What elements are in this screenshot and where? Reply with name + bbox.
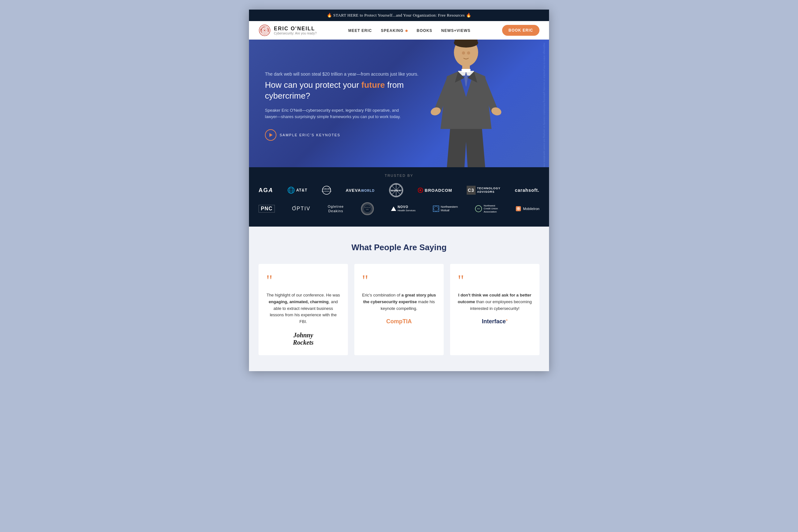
- hero-content: The dark web will soon steal $20 trillio…: [265, 72, 431, 141]
- logos-row-1: AGA AT&T AUBURN UNIVERSITY: [259, 183, 539, 197]
- logo-optiv: ·OPTIV: [292, 206, 310, 212]
- logo-mobileiron: MobileIron: [515, 206, 539, 212]
- svg-text:BAYER: BAYER: [391, 189, 401, 192]
- play-button-circle[interactable]: [265, 129, 277, 141]
- testimonial-text-3: I don't think we could ask for a better …: [458, 292, 532, 312]
- testimonials-grid: " The highlight of our conference. He wa…: [259, 264, 539, 355]
- testimonial-card-2: " Eric's combination of a great story pl…: [354, 264, 444, 355]
- svg-point-13: [462, 51, 465, 55]
- nav-link-meet-eric[interactable]: MEET ERIC: [348, 28, 372, 33]
- testimonial-card-3: " I don't think we could ask for a bette…: [450, 264, 539, 355]
- mobileiron-icon: [515, 206, 521, 212]
- logo-text: ERIC O'NEILL Cybersecurity: Are you read…: [274, 26, 317, 35]
- logo-bayer: BAYER: [389, 183, 403, 197]
- logo-carahsoft: carahsoft.: [515, 188, 539, 193]
- nav-links: MEET ERIC SPEAKING BOOKS NEWS+VIEWS: [348, 27, 471, 33]
- svg-text:NW: NW: [477, 208, 480, 210]
- hero-title: How can you protect your future from cyb…: [265, 80, 431, 101]
- logo-broadcom: BROADCOM: [418, 187, 452, 193]
- logo-aga: AGA: [259, 187, 273, 194]
- svg-point-14: [467, 51, 470, 55]
- testimonial-logo-3: Interface®: [458, 318, 532, 325]
- nav-item-speaking[interactable]: SPEAKING: [381, 27, 407, 33]
- testimonials-section: What People Are Saying " The highlight o…: [249, 227, 549, 371]
- nav-link-news-views[interactable]: NEWS+VIEWS: [441, 28, 471, 33]
- nav-link-speaking[interactable]: SPEAKING: [381, 28, 407, 33]
- bayer-icon: BAYER: [390, 183, 403, 197]
- sample-keynotes-label: SAMPLE ERIC'S KEYNOTES: [280, 133, 340, 137]
- svg-point-4: [264, 30, 265, 31]
- logo-icon: [259, 24, 271, 36]
- site-tagline: Cybersecurity: Are you ready?: [274, 32, 317, 35]
- logo[interactable]: ERIC O'NEILL Cybersecurity: Are you read…: [259, 24, 317, 36]
- hero-title-highlight: future: [361, 80, 385, 90]
- book-eric-button[interactable]: BOOK ERIC: [502, 25, 539, 36]
- logo-aveva: AVEVAWORLD: [346, 188, 375, 193]
- top-banner[interactable]: 🔥 START HERE to Protect Yourself...and Y…: [249, 10, 549, 21]
- logo-c3: C3 TECHNOLOGYADVISORS: [467, 186, 501, 195]
- sample-keynotes-button[interactable]: SAMPLE ERIC'S KEYNOTES: [265, 129, 431, 141]
- speaking-dot-icon: [405, 30, 407, 32]
- svg-point-31: [419, 189, 421, 191]
- nav-link-books[interactable]: BOOKS: [417, 28, 432, 33]
- logos-row-2: PNC ·OPTIV OgletreeDeakins OFFICIAL SEAL: [259, 202, 539, 215]
- logo-pnc: PNC: [259, 205, 275, 212]
- auburn-icon: AUBURN UNIVERSITY: [322, 185, 331, 195]
- logo-northwestern-mutual: Northwestern Mutual: [433, 205, 458, 212]
- svg-text:UNIVERSITY: UNIVERSITY: [322, 191, 331, 192]
- quote-mark-3: ": [458, 273, 532, 288]
- logo-northwest-cu: NW Northwest Credit Union Association: [475, 204, 498, 213]
- nav-item-news-views[interactable]: NEWS+VIEWS: [441, 27, 471, 33]
- svg-point-22: [322, 186, 331, 194]
- logo-seal: OFFICIAL SEAL: [361, 202, 374, 215]
- testimonial-text-1: The highlight of our conference. He was …: [266, 292, 340, 325]
- nw-mutual-icon: [433, 206, 439, 212]
- testimonials-title: What People Are Saying: [259, 243, 539, 252]
- quote-mark-1: ": [266, 273, 340, 288]
- seal-icon: OFFICIAL SEAL: [362, 202, 373, 215]
- main-nav: ERIC O'NEILL Cybersecurity: Are you read…: [249, 21, 549, 40]
- svg-text:OFFICIAL: OFFICIAL: [364, 207, 371, 208]
- svg-text:SEAL: SEAL: [366, 209, 369, 210]
- trusted-section: TRUSTED BY AGA AT&T: [249, 167, 549, 227]
- novo-triangle-icon: [391, 207, 396, 211]
- banner-text: 🔥 START HERE to Protect Yourself...and Y…: [327, 13, 471, 18]
- broadcom-icon: [418, 187, 423, 193]
- testimonial-logo-2: CompTIA: [362, 318, 436, 325]
- testimonial-card-1: " The highlight of our conference. He wa…: [259, 264, 348, 355]
- nav-item-books[interactable]: BOOKS: [417, 27, 432, 33]
- hero-description: Speaker Eric O'Neill—cybersecurity exper…: [265, 107, 412, 121]
- nwcu-icon: NW: [475, 205, 482, 212]
- play-icon: [269, 133, 272, 137]
- svg-point-41: [518, 208, 519, 209]
- svg-text:AUBURN: AUBURN: [322, 188, 331, 190]
- logo-att: AT&T: [288, 187, 307, 194]
- testimonial-text-2: Eric's combination of a great story plus…: [362, 292, 436, 312]
- logo-ogletree: OgletreeDeakins: [328, 204, 344, 213]
- trusted-label: TRUSTED BY: [259, 174, 539, 177]
- testimonial-logo-1: Johnny Rockets: [266, 331, 340, 346]
- att-globe-icon: [288, 187, 294, 194]
- svg-rect-12: [461, 69, 471, 72]
- page-wrapper: 🔥 START HERE to Protect Yourself...and Y…: [249, 10, 549, 371]
- svg-rect-36: [433, 206, 439, 212]
- hero-title-start: How can you protect your: [265, 80, 361, 90]
- nav-item-meet-eric[interactable]: MEET ERIC: [348, 27, 372, 33]
- logo-novo: NOVO Health Services: [391, 205, 416, 212]
- quote-mark-2: ": [362, 273, 436, 288]
- hero-section: espionage refers to the practice of secr…: [249, 40, 549, 167]
- site-name: ERIC O'NEILL: [274, 26, 317, 32]
- logo-auburn: AUBURN UNIVERSITY: [322, 185, 331, 195]
- hero-subtitle: The dark web will soon steal $20 trillio…: [265, 72, 431, 77]
